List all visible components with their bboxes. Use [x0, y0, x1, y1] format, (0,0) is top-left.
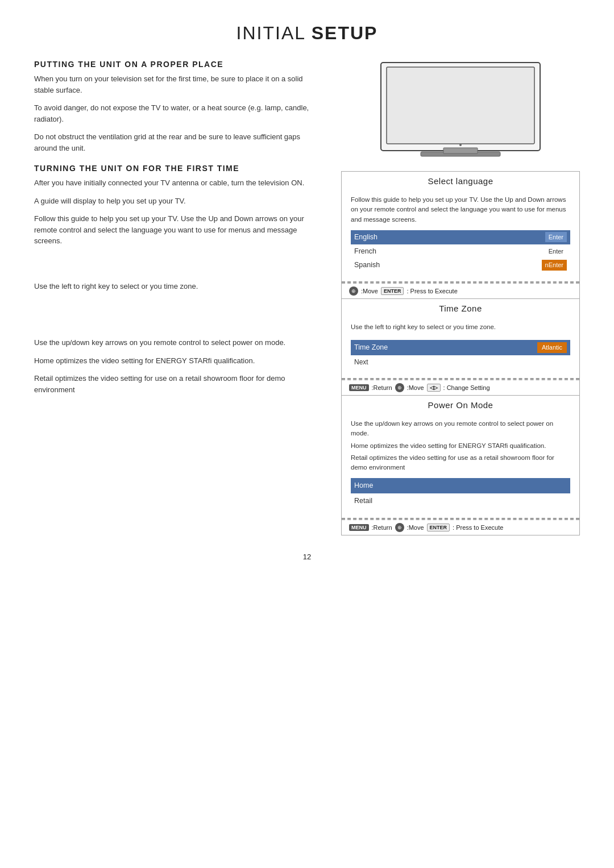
heading-putting: PUTTING THE UNIT ON A PROPER PLACE: [34, 60, 324, 69]
pm-footer-move: :Move: [407, 524, 424, 531]
pm-option-retail[interactable]: Retail: [351, 493, 570, 509]
tz-change-badge: ◁▷: [427, 384, 441, 392]
pm-move-icon: ⊕: [395, 523, 404, 532]
section-putting: PUTTING THE UNIT ON A PROPER PLACE When …: [34, 60, 324, 153]
select-language-description: Follow this guide to help you set up you…: [351, 195, 570, 225]
language-name-french: French: [354, 246, 376, 257]
pm-panel-footer: MENU :Return ⊕ :Move ENTER : Press to Ex…: [342, 519, 579, 535]
para-turning-7: Retail optimizes the video setting for u…: [34, 373, 324, 395]
para-turning-3: Follow this guide to help you set up you…: [34, 213, 324, 247]
power-mode-body: Use the up/down key arrows on you remote…: [342, 414, 579, 518]
time-zone-panel: Time Zone Use the left to right key to s…: [341, 299, 580, 396]
lang-panel-footer: ⊕ :Move ENTER : Press to Execute: [342, 283, 579, 298]
page-number: 12: [34, 553, 580, 561]
timezone-row[interactable]: Time Zone Atlantic: [351, 340, 570, 355]
svg-rect-1: [387, 67, 534, 144]
title-normal: INITIAL: [237, 23, 312, 43]
enter-key-badge: ENTER: [381, 287, 404, 295]
svg-rect-4: [443, 148, 478, 153]
language-name-english: English: [354, 232, 377, 243]
select-language-panel: Select language Follow this guide to hel…: [341, 171, 580, 299]
power-mode-desc3: Retail optimizes the video setting for u…: [351, 453, 570, 473]
select-language-header: Select language: [342, 172, 579, 190]
para-turning-6: Home optimizes the video setting for ENE…: [34, 355, 324, 367]
section-turning: TURNING THE UNIT ON FOR THE FIRST TIME A…: [34, 164, 324, 395]
move-icon: ⊕: [349, 286, 358, 296]
para-turning-2: A guide will display to help you set up …: [34, 196, 324, 207]
language-name-spanish: Spanish: [354, 260, 380, 271]
pm-label-home: Home: [354, 481, 373, 489]
para-turning-4: Use the left to right key to select or y…: [34, 281, 324, 292]
para-turning-5: Use the up/down key arrows on you remote…: [34, 337, 324, 348]
language-status-english: Enter: [545, 232, 567, 243]
timezone-label: Time Zone: [354, 342, 388, 353]
power-mode-list: Home Retail: [351, 478, 570, 509]
power-mode-desc2: Home optimizes the video setting for ENE…: [351, 441, 570, 451]
para-putting-1: When you turn on your television set for…: [34, 73, 324, 95]
right-column: Select language Follow this guide to hel…: [341, 60, 580, 535]
tz-footer-return: :Return: [372, 384, 392, 391]
page-title: INITIAL SETUP: [34, 23, 580, 44]
timezone-value: Atlantic: [537, 342, 567, 353]
timezone-next[interactable]: Next: [351, 355, 570, 369]
language-status-french: Enter: [545, 246, 567, 257]
power-mode-desc1: Use the up/down key arrows on you remote…: [351, 419, 570, 439]
pm-footer-enter-label: : Press to Execute: [453, 524, 503, 531]
tz-footer-change: : Change Setting: [443, 384, 490, 391]
para-putting-3: Do not obstruct the ventilation grid at …: [34, 131, 324, 153]
pm-menu-key: MENU: [349, 524, 369, 531]
language-item-french[interactable]: French Enter: [351, 244, 570, 259]
footer-move-label: :Move: [361, 288, 378, 294]
pm-label-retail: Retail: [354, 497, 372, 505]
left-column: PUTTING THE UNIT ON A PROPER PLACE When …: [34, 60, 324, 402]
language-status-spanish: nEnter: [542, 260, 567, 271]
main-layout: PUTTING THE UNIT ON A PROPER PLACE When …: [34, 60, 580, 535]
heading-turning: TURNING THE UNIT ON FOR THE FIRST TIME: [34, 164, 324, 173]
tv-illustration: [375, 60, 546, 162]
title-bold: SETUP: [312, 23, 378, 43]
time-zone-header: Time Zone: [342, 299, 579, 318]
language-item-spanish[interactable]: Spanish nEnter: [351, 258, 570, 272]
footer-enter-label: : Press to Execute: [406, 288, 457, 294]
pm-enter-key: ENTER: [427, 524, 450, 531]
power-mode-header: Power On Mode: [342, 396, 579, 414]
pm-option-home[interactable]: Home: [351, 478, 570, 493]
language-item-english[interactable]: English Enter: [351, 230, 570, 244]
select-language-body: Follow this guide to help you set up you…: [342, 190, 579, 281]
menu-key-badge: MENU: [349, 384, 369, 391]
tz-footer-move: :Move: [407, 384, 424, 391]
time-zone-body: Use the left to right key to select or y…: [342, 318, 579, 378]
tv-illustration-container: [341, 60, 580, 162]
pm-footer-return: :Return: [372, 524, 392, 531]
para-putting-2: To avoid danger, do not expose the TV to…: [34, 102, 324, 124]
power-mode-panel: Power On Mode Use the up/down key arrows…: [341, 396, 580, 535]
tz-panel-footer: MENU :Return ⊕ :Move ◁▷ : Change Setting: [342, 379, 579, 395]
time-zone-description: Use the left to right key to select or y…: [351, 322, 570, 332]
tz-move-icon: ⊕: [395, 383, 404, 392]
timezone-list: Time Zone Atlantic Next: [351, 340, 570, 369]
svg-point-2: [459, 144, 462, 146]
para-turning-1: After you have initially connected your …: [34, 177, 324, 189]
language-list: English Enter French Enter Spanish nEnte…: [351, 230, 570, 272]
